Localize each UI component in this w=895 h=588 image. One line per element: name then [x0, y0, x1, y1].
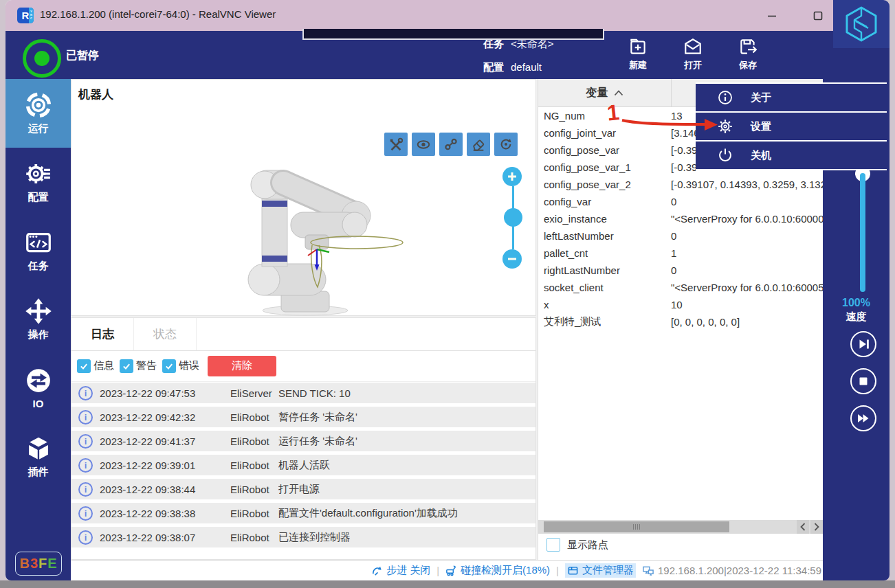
plus-icon — [507, 171, 518, 182]
sidebar-item-label: 配置 — [28, 191, 49, 204]
robot-state-indicator — [23, 39, 61, 78]
log-filters: 信息 警告 错误 清除 — [71, 350, 535, 382]
variable-row[interactable]: pallet_cnt1 — [538, 245, 823, 262]
log-message: 运行任务 '未命名' — [278, 435, 535, 448]
log-time: 2023-12-22 09:38:07 — [100, 532, 230, 543]
sidebar-item-operate[interactable]: 操作 — [5, 285, 71, 354]
log-panel: 日志 状态 信息 警告 错误 清除 i 2023-12-22 09:47:53 … — [71, 317, 536, 560]
step-mode-toggle[interactable]: 步进 关闭 — [371, 564, 430, 577]
info-icon: i — [78, 482, 93, 497]
log-row: i 2023-12-22 09:39:01 EliRobot 机器人活跃 — [71, 455, 535, 475]
variable-value: 10 — [671, 299, 823, 310]
sidebar-item-run[interactable]: 运行 — [5, 79, 71, 148]
file-manager-button[interactable]: 文件管理器 — [565, 563, 636, 578]
horizontal-scrollbar[interactable] — [538, 520, 823, 534]
variable-row[interactable]: x10 — [538, 296, 823, 313]
zoom-slider-thumb[interactable] — [504, 208, 522, 227]
sidebar-item-io[interactable]: IO — [5, 354, 71, 422]
tab-status[interactable]: 状态 — [134, 318, 197, 350]
maximize-button[interactable] — [808, 10, 828, 22]
variable-row[interactable]: config_var0 — [538, 193, 823, 210]
minimize-icon — [767, 11, 777, 21]
save-button[interactable]: 保存 — [725, 36, 771, 75]
vnc-viewer-window: RVNC 192.168.1.200 (intel-corei7-64:0) -… — [5, 0, 890, 580]
new-task-button[interactable]: 新建 — [615, 36, 661, 75]
open-task-button[interactable]: 打开 — [670, 36, 716, 75]
info-icon: i — [78, 410, 93, 425]
collision-detection-toggle[interactable]: 碰撞检测开启(18%) — [445, 564, 550, 577]
log-time: 2023-12-22 09:41:37 — [100, 436, 230, 447]
filter-info-checkbox[interactable]: 信息 — [77, 359, 114, 373]
separator: | — [437, 565, 439, 576]
elite-logo-icon — [843, 5, 879, 43]
variable-row[interactable]: socket_client"<ServerProxy for 6.0.0.10:… — [538, 279, 823, 296]
robot-panel: 机器人 — [71, 79, 536, 316]
variables-header-label: 变量 — [586, 86, 608, 100]
info-icon: i — [78, 386, 93, 400]
log-source: EliRobot — [230, 411, 278, 423]
log-row: i 2023-12-22 09:38:38 EliRobot 配置文件'defa… — [71, 503, 535, 523]
robot-3d-viewport[interactable] — [71, 80, 537, 317]
scroll-right-arrow[interactable] — [810, 520, 823, 534]
info-icon: i — [78, 434, 93, 449]
minimize-button[interactable] — [762, 10, 782, 22]
speed-label: 速度 — [823, 310, 890, 324]
step-next-button[interactable] — [850, 331, 876, 357]
status-bar: 步进 关闭 | 碰撞检测开启(18%) | 文件管理器 192.168.1.20… — [71, 560, 823, 580]
scroll-left-arrow[interactable] — [797, 520, 809, 534]
minus-icon — [507, 253, 518, 264]
log-row: i 2023-12-22 09:38:07 EliRobot 已连接到控制器 — [71, 527, 535, 547]
log-source: EliRobot — [230, 508, 278, 519]
sidebar-item-config[interactable]: 配置 — [5, 148, 71, 216]
log-time: 2023-12-22 09:38:38 — [100, 508, 230, 519]
system-menu-button[interactable] — [833, 0, 890, 48]
fast-forward-button[interactable] — [850, 405, 876, 431]
tab-log[interactable]: 日志 — [71, 318, 134, 350]
show-waypoints-checkbox[interactable]: 显示路点 — [546, 538, 608, 552]
checkbox-checked-icon — [77, 359, 91, 373]
config-label: 配置 — [483, 61, 504, 73]
log-time: 2023-12-22 09:39:01 — [100, 460, 230, 471]
scrollbar-thumb[interactable] — [544, 521, 729, 532]
log-time: 2023-12-22 09:47:53 — [100, 387, 230, 399]
zoom-out-button[interactable] — [502, 249, 522, 269]
new-task-label: 新建 — [629, 59, 647, 71]
variable-row[interactable]: leftLastNumber0 — [538, 227, 823, 245]
sidebar-item-task[interactable]: 任务 — [5, 216, 71, 285]
badge-char: E — [47, 556, 57, 572]
network-icon — [642, 565, 654, 576]
menu-item-settings[interactable]: 设置 — [696, 111, 887, 140]
variable-value: 0 — [671, 196, 823, 207]
variable-row[interactable]: rightLastNumber0 — [538, 262, 823, 279]
power-icon — [716, 148, 734, 163]
desktop-strip — [0, 580, 895, 588]
variable-row[interactable]: exio_instance"<ServerProxy for 6.0.0.10:… — [538, 210, 823, 227]
stop-button[interactable] — [850, 368, 876, 394]
stop-icon — [852, 370, 875, 393]
save-label: 保存 — [739, 59, 757, 71]
speed-value: 100% — [823, 297, 890, 309]
sidebar-item-plugin[interactable]: 插件 — [5, 422, 71, 491]
menu-item-label: 关机 — [751, 149, 771, 162]
run-icon — [25, 91, 52, 119]
filter-error-checkbox[interactable]: 错误 — [162, 359, 199, 373]
collapse-icon[interactable] — [614, 90, 623, 96]
variable-row[interactable]: config_pose_var_2[-0.39107, 0.14393, 0.3… — [538, 176, 823, 193]
zoom-in-button[interactable] — [502, 167, 522, 186]
menu-item-about[interactable]: 关于 — [696, 84, 887, 111]
sidebar: 运行 配置 任务 操作 — [5, 79, 71, 580]
variable-name: x — [538, 299, 671, 310]
speed-slider-track[interactable] — [860, 173, 865, 292]
menu-item-shutdown[interactable]: 关机 — [696, 140, 887, 169]
maximize-icon — [813, 11, 823, 21]
log-row: i 2023-12-22 09:42:32 EliRobot 暂停任务 '未命名… — [71, 407, 535, 427]
log-list: i 2023-12-22 09:47:53 EliServer SEND TIC… — [71, 383, 535, 551]
io-swap-icon — [25, 367, 52, 394]
info-icon: i — [78, 530, 93, 545]
variable-row[interactable]: 艾利特_测试[0, 0, 0, 0, 0, 0] — [538, 313, 823, 330]
fast-forward-icon — [852, 407, 875, 430]
variable-name: pallet_cnt — [538, 247, 671, 259]
vnc-toolbar[interactable] — [302, 29, 604, 40]
clear-log-button[interactable]: 清除 — [208, 356, 276, 376]
filter-warning-checkbox[interactable]: 警告 — [120, 359, 157, 373]
